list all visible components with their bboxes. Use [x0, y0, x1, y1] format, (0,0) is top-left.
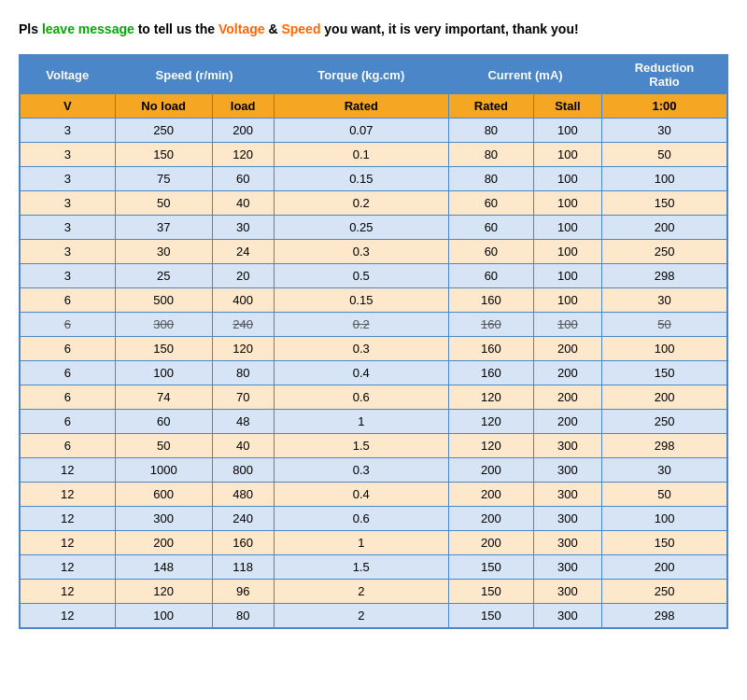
intro-part1: Pls — [19, 21, 42, 36]
table-cell: 100 — [602, 507, 727, 531]
table-cell: 200 — [449, 483, 534, 507]
table-cell: 118 — [212, 555, 274, 580]
table-cell: 0.3 — [274, 337, 449, 361]
table-cell: 300 — [533, 604, 601, 629]
table-cell: 40 — [212, 434, 274, 458]
table-header-row-1: Voltage Speed (r/min) Torque (kg.cm) Cur… — [20, 55, 727, 94]
table-cell: 100 — [533, 216, 601, 240]
table-cell: 60 — [449, 191, 534, 216]
table-cell: 60 — [212, 167, 274, 191]
table-cell: 300 — [533, 531, 601, 555]
table-cell: 100 — [602, 167, 727, 191]
table-row: 660481120200250 — [20, 410, 727, 434]
table-cell: 160 — [212, 531, 274, 555]
table-cell: 120 — [212, 337, 274, 361]
table-cell: 200 — [449, 531, 534, 555]
table-cell: 160 — [449, 337, 534, 361]
table-cell: 120 — [449, 434, 534, 458]
table-cell: 160 — [449, 313, 534, 337]
col-speed: Speed (r/min) — [115, 55, 274, 94]
table-cell: 12 — [20, 604, 115, 629]
table-row: 12100802150300298 — [20, 604, 727, 629]
table-cell: 6 — [20, 385, 115, 410]
table-cell: 3 — [20, 191, 115, 216]
table-cell: 300 — [115, 507, 212, 531]
table-cell: 50 — [115, 434, 212, 458]
table-cell: 300 — [115, 313, 212, 337]
table-cell: 150 — [602, 191, 727, 216]
table-cell: 300 — [533, 458, 601, 483]
table-cell: 300 — [533, 507, 601, 531]
table-cell: 120 — [449, 385, 534, 410]
table-row: 350400.260100150 — [20, 191, 727, 216]
table-cell: 0.4 — [274, 483, 449, 507]
table-cell: 60 — [449, 264, 534, 288]
table-cell: 6 — [20, 337, 115, 361]
table-cell: 50 — [115, 191, 212, 216]
table-cell: 3 — [20, 143, 115, 167]
table-cell: 3 — [20, 264, 115, 288]
table-row: 6100800.4160200150 — [20, 361, 727, 385]
table-cell: 298 — [602, 604, 727, 629]
table-cell: 1 — [274, 410, 449, 434]
subhead-ratio: 1:00 — [602, 94, 727, 119]
table-cell: 100 — [115, 604, 212, 629]
col-reduction: ReductionRatio — [602, 55, 727, 94]
table-cell: 100 — [533, 240, 601, 264]
table-cell: 1.5 — [274, 434, 449, 458]
table-cell: 37 — [115, 216, 212, 240]
table-row: 325200.560100298 — [20, 264, 727, 288]
table-cell: 600 — [115, 483, 212, 507]
table-cell: 0.6 — [274, 385, 449, 410]
table-cell: 200 — [602, 216, 727, 240]
table-cell: 120 — [449, 410, 534, 434]
table-cell: 60 — [449, 216, 534, 240]
table-cell: 2 — [274, 604, 449, 629]
table-cell: 200 — [449, 507, 534, 531]
table-cell: 150 — [449, 555, 534, 580]
table-cell: 150 — [449, 580, 534, 604]
table-cell: 30 — [602, 288, 727, 313]
table-cell: 100 — [533, 191, 601, 216]
table-cell: 0.07 — [274, 119, 449, 143]
col-torque: Torque (kg.cm) — [274, 55, 449, 94]
table-cell: 298 — [602, 264, 727, 288]
table-row: 61501200.3160200100 — [20, 337, 727, 361]
table-cell: 0.2 — [274, 191, 449, 216]
table-cell: 80 — [212, 604, 274, 629]
table-cell: 100 — [533, 288, 601, 313]
table-cell: 120 — [115, 580, 212, 604]
table-row: 337300.2560100200 — [20, 216, 727, 240]
table-cell: 0.15 — [274, 167, 449, 191]
table-cell: 0.15 — [274, 288, 449, 313]
col-current: Current (mA) — [449, 55, 602, 94]
table-cell: 3 — [20, 119, 115, 143]
table-row: 674700.6120200200 — [20, 385, 727, 410]
table-cell: 150 — [602, 361, 727, 385]
table-cell: 6 — [20, 410, 115, 434]
table-cell: 80 — [212, 361, 274, 385]
table-cell: 300 — [533, 434, 601, 458]
table-cell: 3 — [20, 216, 115, 240]
table-row: 32502000.078010030 — [20, 119, 727, 143]
table-cell: 50 — [602, 143, 727, 167]
table-cell: 0.5 — [274, 264, 449, 288]
table-cell: 200 — [533, 410, 601, 434]
table-header-row-2: V No load load Rated Rated Stall 1:00 — [20, 94, 727, 119]
table-cell: 480 — [212, 483, 274, 507]
table-row: 63002400.216010050 — [20, 313, 727, 337]
table-cell: 0.2 — [274, 313, 449, 337]
table-cell: 0.6 — [274, 507, 449, 531]
table-cell: 74 — [115, 385, 212, 410]
table-cell: 3 — [20, 167, 115, 191]
table-cell: 100 — [533, 313, 601, 337]
table-cell: 250 — [602, 240, 727, 264]
table-cell: 1000 — [115, 458, 212, 483]
table-cell: 150 — [602, 531, 727, 555]
table-cell: 6 — [20, 288, 115, 313]
table-cell: 300 — [533, 580, 601, 604]
subhead-stall: Stall — [533, 94, 601, 119]
table-cell: 6 — [20, 313, 115, 337]
table-cell: 80 — [449, 119, 534, 143]
table-cell: 100 — [115, 361, 212, 385]
